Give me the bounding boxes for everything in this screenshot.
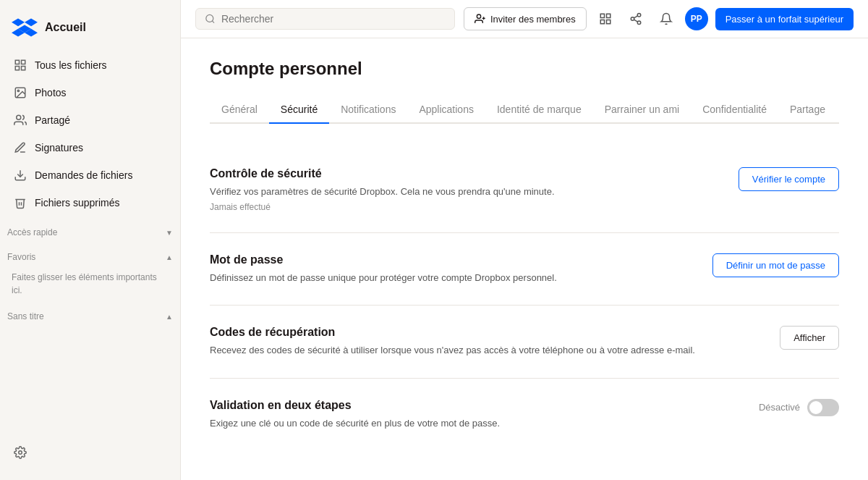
share-button[interactable] (624, 7, 647, 30)
sidebar-bottom (0, 434, 180, 471)
deleted-icon (13, 195, 27, 210)
sidebar-item-all-files[interactable]: Tous les fichiers (6, 52, 174, 78)
grid-icon (599, 12, 612, 25)
sidebar-item-signatures-label: Signatures (35, 142, 83, 153)
svg-line-15 (212, 21, 214, 23)
security-check-section: Contrôle de sécurité Vérifiez vos paramè… (210, 147, 839, 233)
search-bar[interactable] (195, 8, 455, 30)
tab-privacy[interactable]: Confidentialité (691, 96, 778, 124)
sidebar-logo[interactable]: Accueil (0, 9, 180, 52)
sidebar-item-sharing[interactable]: Partagé (6, 107, 174, 133)
photos-icon (13, 85, 27, 100)
all-files-icon (13, 58, 27, 72)
search-icon (205, 13, 216, 25)
svg-rect-19 (600, 14, 604, 17)
two-step-toggle-container: Désactivé (759, 399, 839, 416)
security-check-action: Vérifier le compte (739, 167, 839, 191)
password-section: Mot de passe Définissez un mot de passe … (210, 233, 839, 306)
signatures-icon (13, 140, 27, 155)
sidebar-notitle-header[interactable]: Sans titre ▲ (0, 308, 180, 324)
topbar-actions: Inviter des membres PP Passer à un forfa… (464, 7, 854, 30)
sidebar-item-file-requests-label: Demandes de fichiers (35, 169, 132, 181)
sidebar-item-file-requests[interactable]: Demandes de fichiers (6, 162, 174, 188)
two-step-title: Validation en deux étapes (210, 399, 744, 412)
avatar-initials: PP (691, 14, 702, 24)
tab-notifications[interactable]: Notifications (329, 96, 407, 124)
svg-rect-20 (606, 14, 610, 17)
file-requests-icon (13, 168, 27, 182)
two-step-toggle[interactable] (807, 399, 839, 416)
svg-point-13 (19, 451, 22, 455)
password-row: Mot de passe Définissez un mot de passe … (210, 253, 839, 285)
favorites-hint-text: Faites glisser les éléments importants i… (12, 272, 157, 295)
recovery-codes-row: Codes de récupération Recevez des codes … (210, 326, 839, 358)
notifications-button[interactable] (655, 7, 678, 30)
security-check-info: Contrôle de sécurité Vérifiez vos paramè… (210, 167, 724, 212)
two-step-desc: Exigez une clé ou un code de sécurité en… (210, 416, 744, 431)
sidebar-item-sharing-label: Partagé (35, 114, 70, 126)
svg-marker-0 (12, 18, 25, 26)
tab-sharing[interactable]: Partage (778, 96, 837, 124)
svg-rect-21 (606, 20, 610, 24)
svg-point-10 (17, 90, 19, 91)
favorites-hint: Faites glisser les éléments importants i… (0, 265, 180, 300)
settings-icon (13, 445, 27, 460)
sidebar-item-photos-label: Photos (35, 87, 67, 98)
svg-point-25 (637, 21, 641, 25)
sidebar-item-photos[interactable]: Photos (6, 80, 174, 106)
svg-point-11 (17, 115, 21, 119)
security-check-title: Contrôle de sécurité (210, 167, 724, 180)
two-step-info: Validation en deux étapes Exigez une clé… (210, 399, 744, 431)
page-title: Compte personnel (210, 59, 839, 79)
sidebar-favorites-header[interactable]: Favoris ▲ (0, 249, 180, 265)
svg-line-26 (634, 20, 637, 22)
security-check-sub: Jamais effectué (210, 202, 724, 212)
sidebar-quick-access-header[interactable]: Accès rapide ▼ (0, 224, 180, 240)
security-check-row: Contrôle de sécurité Vérifiez vos paramè… (210, 167, 839, 212)
tab-brand-identity[interactable]: Identité de marque (485, 96, 593, 124)
svg-line-27 (634, 16, 637, 18)
recovery-codes-action: Afficher (780, 326, 839, 350)
verify-account-button[interactable]: Vérifier le compte (739, 167, 839, 191)
tab-security[interactable]: Sécurité (269, 96, 329, 124)
chevron-up-icon-2: ▲ (166, 313, 173, 321)
upgrade-label: Passer à un forfait supérieur (726, 14, 843, 25)
set-password-button[interactable]: Définir un mot de passe (712, 253, 839, 277)
sharing-icon (13, 113, 27, 127)
recovery-codes-section: Codes de récupération Recevez des codes … (210, 306, 839, 379)
svg-rect-22 (600, 20, 604, 24)
password-title: Mot de passe (210, 253, 698, 266)
invite-members-button[interactable]: Inviter des membres (464, 7, 587, 30)
svg-point-16 (477, 14, 480, 18)
password-info: Mot de passe Définissez un mot de passe … (210, 253, 698, 285)
show-codes-label: Afficher (793, 332, 825, 343)
verify-account-label: Vérifier le compte (752, 174, 825, 185)
upgrade-button[interactable]: Passer à un forfait supérieur (715, 8, 854, 30)
sidebar-settings-item[interactable] (6, 439, 174, 466)
svg-point-24 (631, 17, 634, 21)
invite-members-label: Inviter des membres (490, 14, 576, 25)
recovery-codes-desc: Recevez des codes de sécurité à utiliser… (210, 343, 765, 358)
avatar[interactable]: PP (685, 7, 708, 30)
sidebar-notitle-section: Sans titre ▲ (0, 308, 180, 324)
tab-applications[interactable]: Applications (407, 96, 485, 124)
main-content: Inviter des membres PP Passer à un forfa… (181, 0, 868, 480)
tab-general[interactable]: Général (210, 96, 269, 124)
svg-point-23 (637, 14, 641, 17)
two-step-section: Validation en deux étapes Exigez une clé… (210, 379, 839, 451)
page-content: Compte personnel Général Sécurité Notifi… (181, 38, 868, 480)
sidebar-favorites-section: Favoris ▲ Faites glisser les éléments im… (0, 249, 180, 300)
svg-rect-8 (15, 67, 19, 70)
svg-rect-5 (15, 60, 19, 64)
grid-view-button[interactable] (594, 7, 617, 30)
recovery-codes-title: Codes de récupération (210, 326, 765, 339)
show-codes-button[interactable]: Afficher (780, 326, 839, 350)
sidebar-item-deleted[interactable]: Fichiers supprimés (6, 190, 174, 216)
sidebar-item-signatures[interactable]: Signatures (6, 135, 174, 161)
tab-refer-friend[interactable]: Parrainer un ami (593, 96, 692, 124)
toggle-slider (807, 399, 839, 416)
two-step-toggle-label: Désactivé (759, 402, 800, 413)
password-desc: Définissez un mot de passe unique pour p… (210, 271, 698, 285)
search-input[interactable] (221, 13, 446, 25)
sidebar: Accueil Tous les fichiers Photos Partagé… (0, 0, 181, 480)
